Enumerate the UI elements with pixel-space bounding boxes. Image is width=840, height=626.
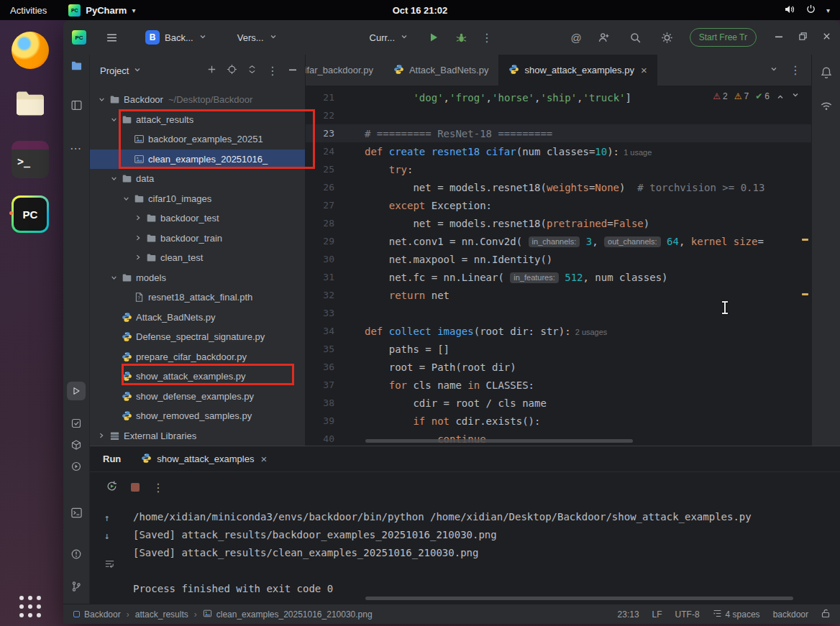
lock-icon[interactable] [821, 609, 830, 620]
collapse-all-icon[interactable] [247, 64, 257, 77]
notifications-bell-icon[interactable] [817, 63, 836, 82]
tree-item-attack-badnets-py[interactable]: Attack_BadNets.py [90, 308, 305, 328]
topbar-app-menu[interactable]: PC PyCharm ▾ [68, 4, 135, 17]
python-console-icon[interactable] [67, 457, 86, 476]
minimize-button[interactable] [774, 32, 784, 44]
editor-line-40[interactable]: 40 continue [306, 430, 811, 446]
code-with-me-icon[interactable] [595, 28, 613, 47]
ai-assistant-icon[interactable] [817, 96, 836, 114]
run-tool-icon[interactable] [67, 382, 86, 400]
breadcrumb-item[interactable]: Backdoor [73, 609, 121, 620]
run-console[interactable]: ↑ ↓ /home/xidian/miniconda3/envs/backdoo… [90, 502, 840, 604]
hide-panel-icon[interactable] [288, 65, 298, 77]
inspections-widget[interactable]: ⚠2 ⚠7 ✔6 [713, 91, 800, 101]
editor-line-27[interactable]: 27 except Exception: [306, 196, 811, 214]
file-encoding[interactable]: UTF-8 [675, 609, 700, 620]
locate-file-icon[interactable] [227, 64, 237, 77]
tree-item-clean-examples-20251016-[interactable]: clean_examples_20251016_ [90, 149, 305, 170]
run-button[interactable] [424, 28, 443, 47]
interpreter[interactable]: backdoor [773, 609, 808, 620]
indent-setting[interactable]: 4 spaces [713, 609, 760, 620]
caret-position[interactable]: 23:13 [618, 609, 639, 620]
tree-item-models[interactable]: models [90, 268, 305, 288]
close-button[interactable] [822, 32, 831, 43]
editor-tab[interactable]: Attack_BadNets.py [383, 55, 499, 86]
debug-button[interactable] [452, 28, 470, 47]
close-tab-icon[interactable]: × [260, 454, 267, 464]
breadcrumb-item[interactable]: clean_examples_20251016_210030.png [203, 609, 373, 620]
soft-wrap-icon[interactable] [104, 558, 115, 571]
editor-hscrollbar[interactable] [365, 439, 633, 443]
tree-item-cifar10-images[interactable]: cifar10_images [90, 189, 305, 209]
pycharm-dock-icon[interactable]: PC [10, 194, 50, 234]
scroll-up-icon[interactable]: ↑ [104, 512, 110, 523]
search-icon[interactable] [626, 28, 645, 47]
prev-problem-icon[interactable] [776, 91, 785, 101]
chevron-right-icon[interactable] [97, 430, 106, 441]
chevron-right-icon[interactable] [134, 252, 143, 264]
line-ending[interactable]: LF [652, 609, 662, 620]
editor-tab[interactable]: show_attack_examples.py× [498, 55, 657, 86]
code-editor[interactable]: 21 'dog','frog','horse','ship','truck']2… [306, 86, 811, 446]
editor-line-33[interactable]: 33 [306, 304, 811, 322]
app-grid-icon[interactable] [19, 596, 41, 617]
files-app-icon[interactable] [10, 85, 50, 125]
console-hscrollbar[interactable] [365, 597, 793, 600]
add-icon[interactable] [206, 64, 217, 77]
close-tab-icon[interactable]: × [641, 65, 647, 75]
chevron-down-icon[interactable] [108, 115, 119, 124]
tree-item-external-libraries[interactable]: External Libraries [90, 426, 305, 446]
start-free-trial-button[interactable]: Start Free Tr [690, 28, 757, 47]
editor-line-32[interactable]: 32 return net [306, 286, 811, 304]
firefox-icon[interactable] [10, 30, 50, 70]
editor-line-29[interactable]: 29 net.conv1 = nn.Conv2d( in_channels: 3… [306, 232, 811, 250]
volume-icon[interactable] [784, 4, 795, 17]
editor-line-25[interactable]: 25 try: [306, 160, 811, 178]
tree-item-prepare-cifar-backdoor-py[interactable]: prepare_cifar_backdoor.py [90, 347, 305, 367]
tree-item-attack-results[interactable]: attack_results [90, 110, 305, 130]
tree-item-clean-test[interactable]: clean_test [90, 248, 305, 268]
mention-icon[interactable]: @ [570, 32, 581, 44]
chevron-down-icon[interactable] [96, 95, 107, 104]
more-options-icon[interactable]: ⋮ [152, 481, 164, 494]
power-icon[interactable] [805, 4, 816, 17]
more-actions-icon[interactable]: ⋮ [478, 28, 496, 47]
commit-tool-icon[interactable] [67, 96, 86, 114]
editor-line-28[interactable]: 28 net = models.resnet18(pretrained=Fals… [306, 214, 811, 232]
clock[interactable]: Oct 16 21:02 [393, 5, 448, 16]
services-tool-icon[interactable] [67, 414, 86, 433]
chevron-right-icon[interactable] [134, 232, 143, 244]
editor-line-38[interactable]: 38 cdir = root / cls_name [306, 394, 811, 412]
chevron-down-icon[interactable] [108, 174, 119, 183]
chevron-down-icon[interactable] [108, 273, 119, 282]
tree-item-backdoor-examples-20251[interactable]: backdoor_examples_20251 [90, 129, 305, 149]
editor-line-34[interactable]: 34def collect_images(root_dir: str): 2 u… [306, 322, 811, 340]
settings-gear-icon[interactable] [658, 28, 677, 47]
git-tool-icon[interactable] [67, 577, 86, 596]
editor-line-22[interactable]: 22 [306, 106, 811, 124]
main-menu-icon[interactable] [102, 28, 121, 47]
editor-tab[interactable]: cifar_backdoor.py [306, 55, 383, 86]
more-tool-windows-icon[interactable]: ⋯ [67, 139, 86, 157]
project-selector[interactable]: B Back... [145, 30, 207, 45]
breadcrumb-item[interactable]: attack_results [135, 609, 188, 620]
tree-item-backdoor-train[interactable]: backdoor_train [90, 229, 305, 249]
tree-item-resnet18-attack-final-pth[interactable]: ?resnet18_attack_final.pth [90, 287, 305, 308]
activities-button[interactable]: Activities [10, 5, 47, 16]
tree-item-show-defense-examples-py[interactable]: show_defense_examples.py [90, 387, 305, 407]
vcs-selector[interactable]: Vers... [237, 32, 278, 43]
chevron-down-icon[interactable]: ▾ [826, 6, 830, 14]
chevron-down-icon[interactable] [120, 194, 132, 203]
tab-list-chevron-icon[interactable] [770, 65, 778, 75]
terminal-tool-icon[interactable] [67, 503, 86, 522]
tab-options-icon[interactable]: ⋮ [790, 63, 801, 77]
run-config-selector[interactable]: Curr... [370, 32, 408, 43]
editor-line-31[interactable]: 31 net.fc = nn.Linear( in_features: 512,… [306, 268, 811, 286]
editor-line-39[interactable]: 39 if not cdir.exists(): [306, 412, 811, 430]
editor-line-24[interactable]: 24def create_resnet18_cifar(num_classes=… [306, 142, 811, 160]
scroll-down-icon[interactable]: ↓ [104, 530, 110, 541]
editor-line-26[interactable]: 26 net = models.resnet18(weights=None) #… [306, 178, 811, 196]
tree-item-backdoor[interactable]: Backdoor~/Desktop/Backdoor [90, 90, 305, 110]
rerun-button[interactable] [106, 480, 118, 495]
restore-button[interactable] [798, 32, 808, 43]
